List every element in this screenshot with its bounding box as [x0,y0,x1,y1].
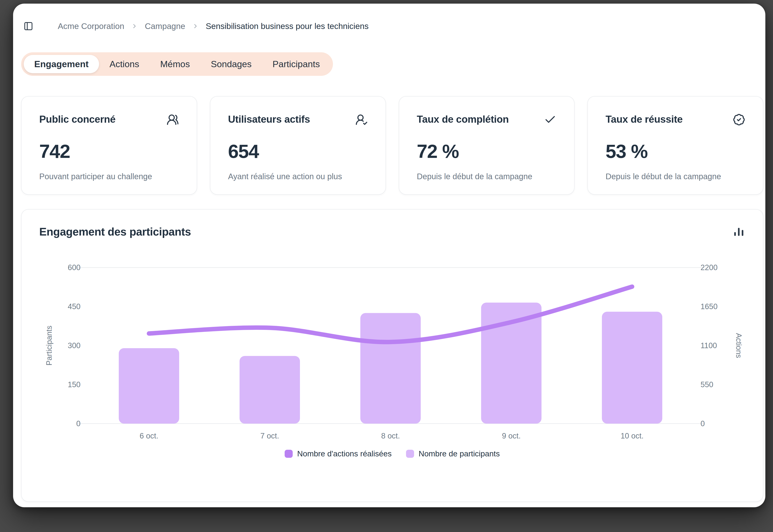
tab-actions[interactable]: Actions [99,55,150,73]
svg-text:6 oct.: 6 oct. [140,432,158,440]
svg-text:8 oct.: 8 oct. [381,432,400,440]
tab-participants[interactable]: Participants [262,55,330,73]
tab-bar: Engagement Actions Mémos Sondages Partic… [21,52,333,76]
chart-title: Engagement des participants [39,225,191,238]
chevron-right-icon [131,23,138,30]
svg-text:550: 550 [701,380,713,389]
legend-label: Nombre d'actions réalisées [297,449,392,458]
stat-title: Utilisateurs actifs [228,113,310,125]
legend-swatch-actions [285,450,293,458]
svg-text:10 oct.: 10 oct. [621,432,644,440]
stat-description: Depuis le début de la campagne [417,172,556,181]
svg-text:9 oct.: 9 oct. [502,432,521,440]
tab-memos[interactable]: Mémos [150,55,201,73]
legend-item-participants[interactable]: Nombre de participants [406,449,500,458]
stat-card-active-users: Utilisateurs actifs 654 Ayant réalisé un… [210,96,386,195]
svg-text:0: 0 [701,419,705,428]
stat-description: Pouvant participer au challenge [39,172,179,181]
breadcrumb: Acme Corporation Campagne Sensibilisatio… [58,22,369,31]
stat-card-success: Taux de réussite 53 % Depuis le début de… [588,96,763,195]
svg-text:Participants: Participants [45,326,53,366]
stat-value: 53 % [606,140,745,162]
engagement-chart-card: Engagement des participants 015030045060… [21,209,763,502]
chevron-right-icon [192,23,199,30]
panel-left-icon [24,28,33,32]
breadcrumb-item-current: Sensibilisation business pour les techni… [206,22,369,31]
svg-text:450: 450 [68,302,80,311]
check-icon [544,113,556,127]
svg-text:0: 0 [76,419,80,428]
stat-value: 742 [39,140,179,162]
tab-engagement[interactable]: Engagement [24,55,99,73]
legend-swatch-participants [406,450,414,458]
breadcrumb-item-org[interactable]: Acme Corporation [58,22,124,31]
chart-legend: Nombre d'actions réalisées Nombre de par… [39,449,745,458]
svg-text:300: 300 [68,341,80,350]
stats-row: Public concerné 742 Pouvant participer a… [21,96,763,195]
users-round-icon [166,113,179,127]
svg-text:2200: 2200 [701,263,718,272]
engagement-chart: 01503004506000550110016502200Participant… [39,245,746,447]
stat-value: 654 [228,140,368,162]
app-window: Acme Corporation Campagne Sensibilisatio… [13,4,765,507]
svg-text:Actions: Actions [735,333,743,358]
svg-text:1100: 1100 [701,341,717,350]
chart-column-icon [732,225,745,239]
tab-sondages[interactable]: Sondages [200,55,262,73]
svg-text:7 oct.: 7 oct. [261,432,279,440]
stat-title: Taux de complétion [417,113,509,125]
stat-title: Public concerné [39,113,115,125]
user-round-check-icon [355,113,368,127]
svg-text:1650: 1650 [701,302,718,311]
svg-text:150: 150 [68,380,80,389]
stat-value: 72 % [417,140,556,162]
legend-item-actions[interactable]: Nombre d'actions réalisées [285,449,392,458]
badge-check-icon [733,113,745,127]
legend-label: Nombre de participants [418,449,500,458]
stat-card-public: Public concerné 742 Pouvant participer a… [21,96,197,195]
stat-title: Taux de réussite [606,113,683,125]
stat-description: Depuis le début de la campagne [606,172,745,181]
stat-description: Ayant réalisé une action ou plus [228,172,368,181]
breadcrumb-item-campaigns[interactable]: Campagne [145,22,185,31]
svg-text:600: 600 [68,263,80,272]
topbar: Acme Corporation Campagne Sensibilisatio… [24,21,756,31]
stat-card-completion: Taux de complétion 72 % Depuis le début … [399,96,575,195]
sidebar-toggle-button[interactable] [24,21,33,31]
